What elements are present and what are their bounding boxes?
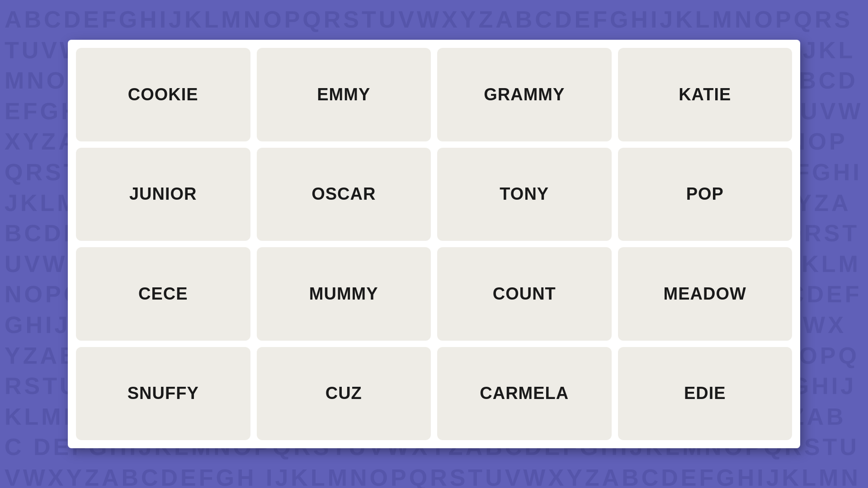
card-junior[interactable]: JUNIOR — [76, 148, 250, 241]
card-label-grammy: GRAMMY — [484, 85, 565, 104]
card-label-cookie: COOKIE — [128, 85, 198, 104]
card-cece[interactable]: CECE — [76, 247, 250, 341]
card-cuz[interactable]: CUZ — [257, 347, 431, 441]
card-label-oscar: OSCAR — [311, 184, 376, 204]
card-meadow[interactable]: MEADOW — [618, 247, 793, 341]
card-katie[interactable]: KATIE — [618, 48, 793, 141]
card-label-edie: EDIE — [684, 384, 726, 403]
card-label-mummy: MUMMY — [309, 284, 378, 304]
card-label-emmy: EMMY — [317, 85, 370, 104]
card-emmy[interactable]: EMMY — [257, 48, 431, 141]
card-label-tony: TONY — [500, 184, 549, 204]
card-cookie[interactable]: COOKIE — [76, 48, 250, 141]
card-label-cece: CECE — [138, 284, 188, 304]
card-snuffy[interactable]: SNUFFY — [76, 347, 250, 441]
card-label-cuz: CUZ — [326, 384, 362, 403]
card-label-meadow: MEADOW — [664, 284, 746, 304]
card-label-junior: JUNIOR — [129, 184, 197, 204]
card-tony[interactable]: TONY — [437, 148, 612, 241]
card-grammy[interactable]: GRAMMY — [437, 48, 612, 141]
card-edie[interactable]: EDIE — [618, 347, 793, 441]
card-label-snuffy: SNUFFY — [127, 384, 199, 403]
card-mummy[interactable]: MUMMY — [257, 247, 431, 341]
card-label-katie: KATIE — [679, 85, 731, 104]
card-pop[interactable]: POP — [618, 148, 793, 241]
card-label-count: COUNT — [493, 284, 556, 304]
card-label-carmela: CARMELA — [480, 384, 569, 403]
card-grid: COOKIEEMMYGRAMMYKATIEJUNIOROSCARTONYPOPC… — [68, 40, 800, 448]
card-label-pop: POP — [686, 184, 724, 204]
card-count[interactable]: COUNT — [437, 247, 612, 341]
card-oscar[interactable]: OSCAR — [257, 148, 431, 241]
card-carmela[interactable]: CARMELA — [437, 347, 612, 441]
